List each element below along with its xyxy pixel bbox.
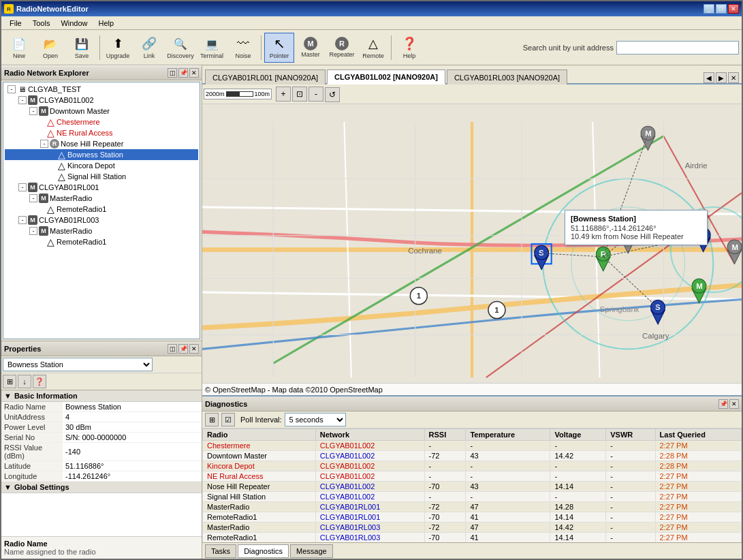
host-icon: 🖥 bbox=[17, 84, 27, 94]
tree-item-kincora[interactable]: △ Kincora Depot bbox=[5, 160, 198, 171]
diag-cell-vswr-2: - bbox=[606, 461, 655, 471]
zoom-fit-button[interactable]: ⊡ bbox=[292, 87, 307, 102]
zoom-in-button[interactable]: + bbox=[276, 87, 291, 102]
tree-toggle-masterradio-rl001[interactable]: - bbox=[29, 194, 37, 202]
tab-rl001[interactable]: CLGYAB01RL001 [NANO920A] bbox=[205, 69, 326, 84]
tree-toggle-rl001[interactable]: - bbox=[18, 183, 27, 191]
props-btn2[interactable]: ↓ bbox=[18, 375, 31, 388]
menu-help[interactable]: Help bbox=[93, 18, 120, 29]
tab-prev-button[interactable]: ◀ bbox=[704, 72, 714, 83]
map-canvas[interactable]: Airdrie Cochrane Calgary Springbank 1 1 bbox=[202, 104, 742, 395]
diag-tab-message[interactable]: Message bbox=[290, 544, 333, 558]
remote-icon-bowness: △ bbox=[57, 150, 66, 159]
tree-item-remoteradio-rl003[interactable]: △ RemoteRadio1 bbox=[5, 236, 198, 247]
new-button[interactable]: 📄 New bbox=[4, 33, 34, 63]
svg-text:S: S bbox=[539, 249, 544, 257]
toolbar: 📄 New 📂 Open 💾 Save ⬆ Upgrade 🔗 Link 🔍 D… bbox=[1, 30, 742, 65]
tab-nav: ◀ ▶ ✕ bbox=[704, 72, 739, 83]
properties-dropdown[interactable]: Bowness Station bbox=[3, 358, 153, 371]
tree-item-nose-hill[interactable]: - R Nose Hill Repeater bbox=[5, 138, 198, 149]
props-btn3[interactable]: ❓ bbox=[33, 375, 46, 388]
diag-cell-vswr-7: - bbox=[606, 512, 655, 523]
remote-button[interactable]: △ Remote bbox=[358, 33, 388, 63]
diag-grid-button[interactable]: ⊞ bbox=[205, 413, 219, 426]
diag-cell-temp-4: 43 bbox=[466, 482, 550, 492]
panel-restore-button[interactable]: ◫ bbox=[168, 68, 177, 78]
diagnostics-table-container[interactable]: Radio Network RSSI Temperature Voltage V… bbox=[202, 429, 742, 542]
zoom-out-button[interactable]: - bbox=[309, 87, 323, 102]
help-icon: ❓ bbox=[401, 35, 417, 52]
upgrade-button[interactable]: ⬆ Upgrade bbox=[103, 33, 133, 63]
diag-pin-button[interactable]: 📌 bbox=[718, 399, 728, 409]
search-input[interactable] bbox=[616, 41, 739, 55]
zoom-reset-button[interactable]: ↺ bbox=[325, 87, 340, 102]
terminal-label: Terminal bbox=[200, 52, 223, 59]
menu-window[interactable]: Window bbox=[55, 18, 93, 29]
poll-interval-select[interactable]: 5 seconds 10 seconds 30 seconds bbox=[285, 413, 346, 426]
diag-tab-diagnostics[interactable]: Diagnostics bbox=[238, 544, 289, 558]
panel-pin-button[interactable]: 📌 bbox=[178, 68, 188, 78]
tree-toggle-clgyab-test[interactable]: - bbox=[7, 85, 16, 93]
col-network: Network bbox=[315, 429, 424, 441]
tree-toggle-l002[interactable]: - bbox=[18, 96, 27, 104]
map-tooltip: [Bowness Station] 51.116886°,-114.261246… bbox=[565, 210, 708, 245]
repeater-button[interactable]: R Repeater bbox=[327, 33, 357, 63]
discovery-button[interactable]: 🔍 Discovery bbox=[165, 33, 195, 63]
tree-item-signal-hill[interactable]: △ Signal Hill Station bbox=[5, 171, 198, 182]
close-button[interactable]: ✕ bbox=[728, 4, 739, 14]
tree-item-masterradio-rl001[interactable]: - M MasterRadio bbox=[5, 193, 198, 204]
tree-item-clgyab-test[interactable]: - 🖥 CLGYAB_TEST bbox=[5, 84, 198, 95]
tab-rl003[interactable]: CLGYAB01RL003 [NANO920A] bbox=[447, 69, 567, 84]
maximize-button[interactable]: □ bbox=[716, 4, 727, 14]
diag-checkbox-button[interactable]: ☑ bbox=[221, 413, 235, 426]
save-button[interactable]: 💾 Save bbox=[67, 33, 97, 63]
panel-close-button[interactable]: ✕ bbox=[189, 68, 199, 78]
tree-item-remoteradio-rl001[interactable]: △ RemoteRadio1 bbox=[5, 204, 198, 215]
tree-toggle-rl003[interactable]: - bbox=[18, 216, 27, 224]
properties-content: ▼ Basic Information Radio Name Bowness S… bbox=[1, 390, 202, 536]
network-tree[interactable]: - 🖥 CLGYAB_TEST - M CLGYAB01L002 - bbox=[3, 82, 200, 339]
help-button[interactable]: ❓ Help bbox=[394, 33, 424, 63]
diag-tab-tasks[interactable]: Tasks bbox=[205, 544, 236, 558]
tree-item-bowness[interactable]: △ Bowness Station bbox=[5, 149, 198, 160]
minimize-button[interactable]: _ bbox=[704, 4, 714, 14]
props-pin-button[interactable]: 📌 bbox=[178, 344, 188, 354]
tree-toggle-downtown[interactable]: - bbox=[29, 107, 37, 115]
tree-toggle-nose-hill[interactable]: - bbox=[40, 140, 48, 148]
props-btn1[interactable]: ⊞ bbox=[3, 375, 16, 388]
menu-file[interactable]: File bbox=[4, 18, 27, 29]
tree-item-clgyab01l002[interactable]: - M CLGYAB01L002 bbox=[5, 95, 198, 106]
tree-item-chestermere[interactable]: △ Chestermere bbox=[5, 116, 198, 127]
open-button[interactable]: 📂 Open bbox=[35, 33, 65, 63]
props-restore-button[interactable]: ◫ bbox=[168, 344, 177, 354]
tooltip-title: [Bowness Station] bbox=[571, 215, 701, 223]
master-node-icon: M bbox=[28, 95, 37, 105]
diag-cell-queried-3: 2:27 PM bbox=[655, 471, 741, 482]
tab-close-button[interactable]: ✕ bbox=[728, 72, 739, 83]
tree-toggle-masterradio-rl003[interactable]: - bbox=[29, 227, 37, 235]
tab-l002[interactable]: CLGYAB01L002 [NANO920A] bbox=[327, 69, 445, 84]
diag-close-button[interactable]: ✕ bbox=[729, 399, 739, 409]
noise-button[interactable]: 〰 Noise bbox=[228, 33, 258, 63]
global-toggle[interactable]: ▼ bbox=[4, 483, 12, 491]
diag-panel-controls: 📌 ✕ bbox=[718, 399, 739, 409]
menu-tools[interactable]: Tools bbox=[27, 18, 56, 29]
props-close-button[interactable]: ✕ bbox=[189, 344, 199, 354]
link-button[interactable]: 🔗 Link bbox=[134, 33, 164, 63]
diag-cell-queried-5: 2:27 PM bbox=[655, 492, 741, 502]
tree-item-ne-rural[interactable]: △ NE Rural Access bbox=[5, 127, 198, 138]
tab-next-button[interactable]: ▶ bbox=[716, 72, 727, 83]
diag-cell-queried-8: 2:27 PM bbox=[655, 523, 741, 533]
pointer-button[interactable]: ↖ Pointer bbox=[264, 33, 294, 63]
diag-cell-radio-3: NE Rural Access bbox=[203, 471, 316, 482]
tree-item-rl003[interactable]: - M CLGYAB01RL003 bbox=[5, 215, 198, 225]
terminal-icon: 💻 bbox=[204, 35, 220, 52]
remote-icon-rl003: △ bbox=[46, 237, 55, 247]
terminal-button[interactable]: 💻 Terminal bbox=[197, 33, 227, 63]
tree-item-rl001[interactable]: - M CLGYAB01RL001 bbox=[5, 182, 198, 193]
tree-item-downtown-master[interactable]: - M Downtown Master bbox=[5, 106, 198, 116]
diag-cell-network-2: CLGYAB01L002 bbox=[315, 461, 424, 471]
tree-item-masterradio-rl003[interactable]: - M MasterRadio bbox=[5, 225, 198, 236]
master-button[interactable]: M Master bbox=[296, 33, 326, 63]
section-toggle[interactable]: ▼ bbox=[4, 392, 12, 400]
